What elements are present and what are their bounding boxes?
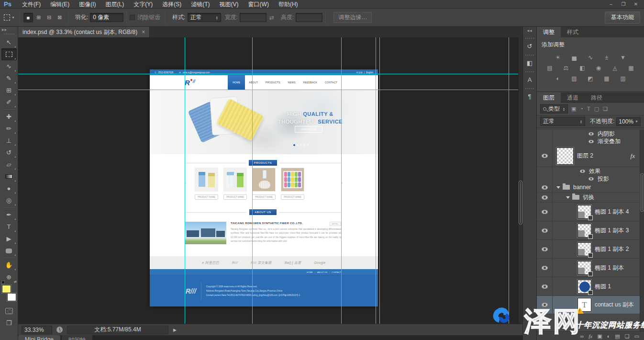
- filter-pixel-layers-icon[interactable]: ▣: [571, 106, 576, 112]
- hue-saturation-icon[interactable]: ▤: [544, 64, 555, 71]
- guide-vertical[interactable]: [341, 37, 342, 324]
- panel-grip[interactable]: [4, 34, 14, 34]
- type-tool[interactable]: T: [1, 221, 17, 233]
- clone-stamp-tool[interactable]: ⊥: [1, 135, 17, 147]
- swap-dimensions-icon[interactable]: ⇄: [269, 14, 274, 21]
- layers-tab[interactable]: 图层: [537, 92, 561, 103]
- pen-tool[interactable]: ✒: [1, 209, 17, 221]
- expand-triangle-icon[interactable]: [566, 196, 570, 199]
- lasso-tool[interactable]: ∿: [1, 60, 17, 72]
- layers-scrollbar[interactable]: [640, 130, 644, 331]
- new-selection-icon[interactable]: ■: [23, 13, 33, 23]
- status-options-icon[interactable]: ▶: [173, 328, 177, 332]
- invert-icon[interactable]: ◐: [553, 75, 563, 82]
- scrollbar-thumb[interactable]: [641, 174, 644, 211]
- new-group-icon[interactable]: ▤: [615, 333, 620, 340]
- visibility-eye-icon[interactable]: [588, 177, 593, 180]
- rectangular-marquee-tool[interactable]: [1, 48, 17, 60]
- channel-mixer-icon[interactable]: ◬: [610, 64, 620, 71]
- layer-style-icon[interactable]: fx: [588, 333, 592, 339]
- expand-panels-icon[interactable]: ◀◀: [523, 27, 536, 33]
- guide-vertical[interactable]: [185, 37, 185, 324]
- layer-row[interactable]: 渐变叠加: [537, 137, 640, 145]
- quick-mask-button[interactable]: [1, 305, 17, 317]
- height-input[interactable]: [296, 13, 322, 22]
- layer-row[interactable]: 椭圆 1 副本 2: [537, 240, 640, 259]
- move-tool[interactable]: ↖: [1, 36, 17, 48]
- history-panel-button[interactable]: ↺: [525, 38, 534, 50]
- menubar-item[interactable]: 文字(Y): [129, 0, 157, 9]
- intersect-selection-icon[interactable]: ⊠: [55, 13, 65, 23]
- blur-tool[interactable]: ●: [1, 182, 17, 194]
- filter-shape-layers-icon[interactable]: ▢: [594, 106, 599, 112]
- vibrance-icon[interactable]: ▼: [618, 54, 628, 61]
- guide-horizontal[interactable]: [18, 90, 522, 90]
- filter-smart-objects-icon[interactable]: ❏: [603, 106, 608, 112]
- visibility-eye-icon[interactable]: [588, 139, 593, 143]
- visibility-eye-icon[interactable]: [542, 185, 548, 190]
- canvas-area[interactable]: ✆ 0512-82907626 ✉ sara.xu@rongweigroup.c…: [18, 37, 522, 324]
- swap-colors-icon[interactable]: ⇄: [14, 280, 17, 284]
- visibility-eye-icon[interactable]: [542, 154, 548, 158]
- menubar-item[interactable]: 帮助(H): [274, 0, 303, 9]
- brightness-contrast-icon[interactable]: ☀: [553, 54, 563, 61]
- new-layer-icon[interactable]: ❏: [625, 333, 630, 340]
- zoom-level-input[interactable]: 33.33%: [22, 326, 52, 334]
- layer-row[interactable]: 椭圆 1: [537, 277, 640, 296]
- close-tab-icon[interactable]: ×: [142, 29, 145, 35]
- layer-row[interactable]: banner: [537, 182, 640, 193]
- link-layers-icon[interactable]: ∞: [580, 333, 584, 339]
- guide-vertical[interactable]: [376, 37, 376, 324]
- layer-row[interactable]: 效果: [537, 167, 640, 175]
- adjustments-tab[interactable]: 样式: [561, 27, 585, 37]
- visibility-eye-icon[interactable]: [588, 132, 593, 135]
- guide-vertical[interactable]: [379, 37, 380, 324]
- layer-row[interactable]: Tcontact us 副本: [537, 296, 640, 314]
- history-brush-tool[interactable]: ↺: [1, 147, 17, 159]
- path-selection-tool[interactable]: ▶: [1, 233, 17, 245]
- antialias-checkbox[interactable]: [130, 15, 135, 20]
- layer-row[interactable]: 内阴影: [537, 130, 640, 137]
- menubar-item[interactable]: 视图(V): [215, 0, 244, 9]
- filter-adjustment-layers-icon[interactable]: ◔: [580, 106, 583, 112]
- layer-row[interactable]: 投影: [537, 175, 640, 182]
- subtract-selection-icon[interactable]: ⊟: [44, 13, 54, 23]
- close-icon[interactable]: ✕: [630, 0, 642, 8]
- posterize-icon[interactable]: ▨: [569, 75, 579, 82]
- tool-preset-picker[interactable]: ▼: [2, 14, 17, 21]
- layer-row[interactable]: 椭圆 1 副本 4: [537, 203, 640, 221]
- visibility-eye-icon[interactable]: [542, 284, 548, 289]
- curves-icon[interactable]: ∿: [585, 54, 596, 61]
- quick-selection-tool[interactable]: ✎: [1, 72, 17, 84]
- feather-input[interactable]: 0 像素: [90, 13, 123, 22]
- menubar-item[interactable]: 图像(I): [74, 0, 100, 9]
- visibility-eye-icon[interactable]: [580, 169, 585, 172]
- layers-tab[interactable]: 通道: [561, 92, 585, 103]
- visibility-eye-icon[interactable]: [542, 210, 548, 214]
- guide-vertical[interactable]: [252, 37, 253, 324]
- width-input[interactable]: [240, 13, 266, 22]
- style-dropdown[interactable]: 正常 ▲▼: [188, 13, 221, 22]
- minimize-icon[interactable]: –: [605, 0, 617, 8]
- filter-type-layers-icon[interactable]: T: [587, 106, 590, 112]
- visibility-eye-icon[interactable]: [542, 303, 548, 307]
- expand-triangle-icon[interactable]: [556, 186, 560, 189]
- refine-edge-button[interactable]: 调整边缘…: [333, 12, 372, 23]
- scrollbar-thumb[interactable]: [519, 181, 522, 224]
- visibility-eye-icon[interactable]: [542, 195, 548, 200]
- visibility-eye-icon[interactable]: [542, 228, 548, 233]
- paragraph-panel-button[interactable]: ¶: [525, 88, 534, 100]
- delete-layer-icon[interactable]: ▭: [634, 333, 639, 340]
- new-adjustment-layer-icon[interactable]: ◐: [607, 333, 611, 339]
- menubar-item[interactable]: 编辑(E): [45, 0, 74, 9]
- eraser-tool[interactable]: ▱: [1, 159, 17, 170]
- menubar-item[interactable]: 选择(S): [157, 0, 186, 9]
- layer-row[interactable]: 椭圆 1 副本: [537, 259, 640, 277]
- eyedropper-tool[interactable]: ✐: [1, 96, 17, 108]
- canvas-scrollbar[interactable]: [518, 37, 522, 324]
- menubar-item[interactable]: 窗口(W): [244, 0, 274, 9]
- hand-tool[interactable]: ✋: [1, 259, 17, 271]
- menubar-item[interactable]: 文件(F): [17, 0, 45, 9]
- rounded-rectangle-tool[interactable]: [1, 245, 17, 257]
- gradient-map-icon[interactable]: ▩: [601, 75, 612, 82]
